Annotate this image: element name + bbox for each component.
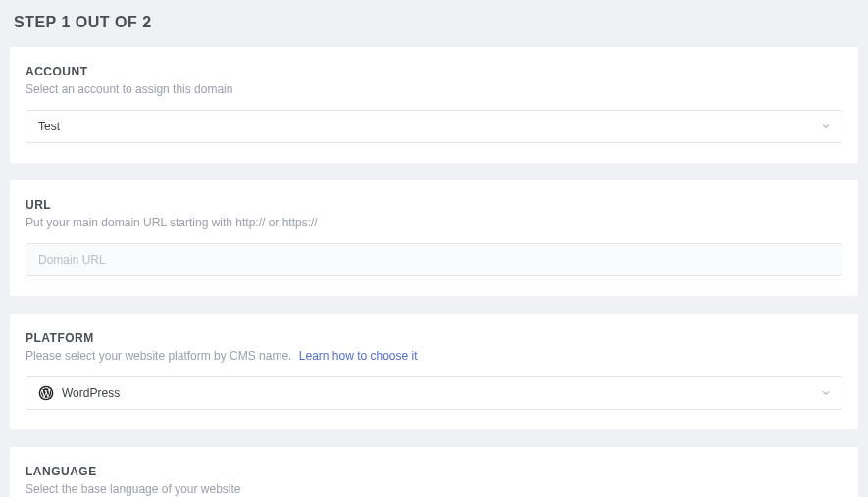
wordpress-icon (38, 385, 54, 401)
platform-card: PLATFORM Please select your website plat… (10, 314, 858, 429)
platform-select-value: WordPress (62, 386, 120, 400)
chevron-down-icon (820, 387, 832, 399)
platform-subtext: Please select your website platform by C… (26, 349, 842, 363)
step-title: STEP 1 OUT OF 2 (14, 14, 858, 31)
account-card: ACCOUNT Select an account to assign this… (10, 47, 858, 163)
platform-select[interactable]: WordPress (26, 376, 842, 410)
platform-learn-link[interactable]: Learn how to choose it (299, 349, 418, 363)
language-heading: LANGUAGE (26, 465, 842, 478)
account-subtext: Select an account to assign this domain (26, 82, 842, 96)
account-select[interactable]: Test (26, 110, 842, 143)
domain-url-input[interactable] (26, 243, 842, 276)
account-heading: ACCOUNT (26, 65, 842, 78)
language-card: LANGUAGE Select the base language of you… (10, 447, 858, 497)
platform-subtext-text: Please select your website platform by C… (26, 349, 291, 363)
url-subtext: Put your main domain URL starting with h… (26, 216, 842, 229)
account-select-value: Test (38, 120, 60, 133)
platform-heading: PLATFORM (26, 331, 842, 345)
url-card: URL Put your main domain URL starting wi… (10, 180, 858, 296)
url-heading: URL (26, 198, 842, 212)
language-subtext: Select the base language of your website (26, 482, 842, 496)
chevron-down-icon (820, 121, 832, 132)
